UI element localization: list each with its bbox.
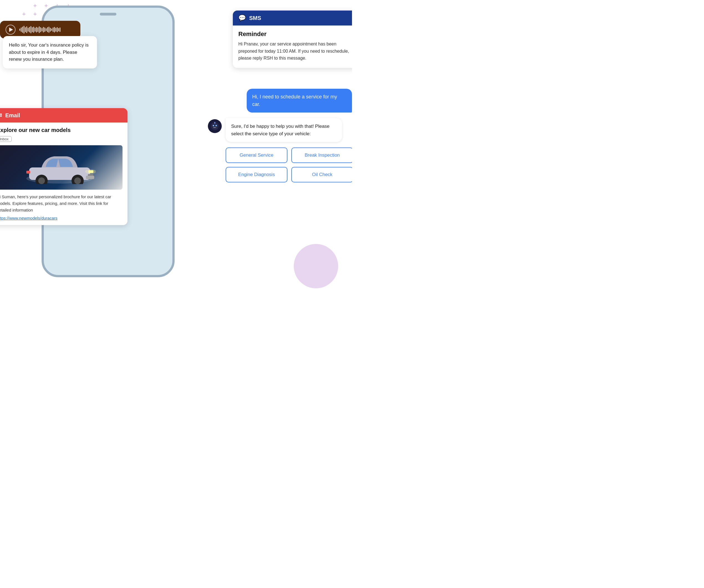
svg-point-3 [38,177,45,184]
service-general-button[interactable]: General Service [226,148,287,163]
service-break-button[interactable]: Break Inspection [291,148,352,163]
service-engine-button[interactable]: Engine Diagnosis [226,167,287,182]
chat-area: Hi, I need to schedule a service for my … [208,89,352,182]
svg-rect-10 [26,171,30,174]
email-header: ✉ Email [0,108,127,123]
email-channel-label: Email [5,112,20,119]
wave-bar [55,28,56,32]
decorative-circle-2 [294,244,338,288]
wave-bar [51,28,52,31]
svg-rect-23 [215,127,215,128]
sms-reminder-text: Hi Pranav, your car service appointment … [238,41,352,62]
wave-bar [50,28,51,32]
waveform [19,26,60,34]
wave-bar [23,26,24,34]
user-message-text: Hi, I need to schedule a service for my … [252,94,337,107]
svg-rect-9 [86,176,94,179]
sms-body: Reminder Hi Pranav, your car service app… [233,25,352,68]
inbox-badge: Inbox [0,136,12,142]
wave-bar [33,26,34,33]
play-button[interactable] [6,25,15,35]
email-subject: Explore our new car models [0,127,122,133]
wave-bar [21,27,21,32]
car-svg [23,151,96,184]
wave-bar [44,27,45,32]
wave-bar [40,27,41,32]
email-icon: ✉ [0,112,2,119]
wave-bar [42,28,42,31]
phone-notch [100,13,116,15]
user-message: Hi, I need to schedule a service for my … [208,89,352,113]
car-image [0,145,122,190]
wave-bar [35,28,36,32]
wave-bar [60,27,60,32]
wave-bar [31,26,31,33]
bot-avatar [208,119,222,133]
plus-icon: + [33,3,37,9]
insurance-message: Hello sir, Your car's insurance policy i… [3,36,97,68]
wave-bar [19,28,20,31]
bot-bubble: Sure, I'd be happy to help you with that… [226,118,342,142]
wave-bar [25,27,26,32]
email-body-text: Hi Suman, here's your personalized broch… [0,193,122,214]
bot-icon [211,122,219,131]
svg-point-19 [213,125,214,126]
sms-reminder-title: Reminder [238,31,352,38]
sms-header: 💬 SMS [233,10,352,25]
wave-bar [57,27,58,32]
email-card: ✉ Email Explore our new car models Inbox [0,108,127,225]
bot-message-text: Sure, I'd be happy to help you with that… [231,124,330,136]
wave-bar [43,27,44,33]
sms-icon: 💬 [238,14,246,22]
wave-bar [26,26,27,33]
wave-bar [36,27,37,33]
svg-point-5 [74,177,81,184]
svg-point-20 [216,125,217,126]
wave-bar [22,26,23,33]
email-link[interactable]: https://www.newmodels/duracars [0,216,57,220]
wave-bar [49,26,49,33]
svg-rect-22 [214,127,214,128]
plus-icon: + [33,11,37,17]
wave-bar [38,27,38,32]
wave-bar [54,27,55,33]
svg-point-16 [214,122,215,123]
play-icon [9,27,13,32]
service-buttons-grid: General Service Break Inspection Engine … [226,148,352,182]
wave-bar [47,27,48,32]
sms-channel-label: SMS [249,15,261,21]
user-bubble: Hi, I need to schedule a service for my … [247,89,352,113]
email-body: Explore our new car models Inbox [0,123,127,225]
plus-icon: + [22,11,26,17]
wave-bar [46,28,47,31]
wave-bar [58,28,59,31]
wave-bar [28,28,28,32]
plus-icon: + [44,3,48,9]
wave-bar [29,27,30,33]
wave-bar [32,27,33,32]
bot-message: Sure, I'd be happy to help you with that… [208,118,352,142]
wave-bar [53,27,54,32]
wave-bar [39,26,40,33]
insurance-text: Hello sir, Your car's insurance policy i… [9,43,89,62]
service-oil-button[interactable]: Oil Check [291,167,352,182]
sms-card: 💬 SMS Reminder Hi Pranav, your car servi… [233,10,352,68]
